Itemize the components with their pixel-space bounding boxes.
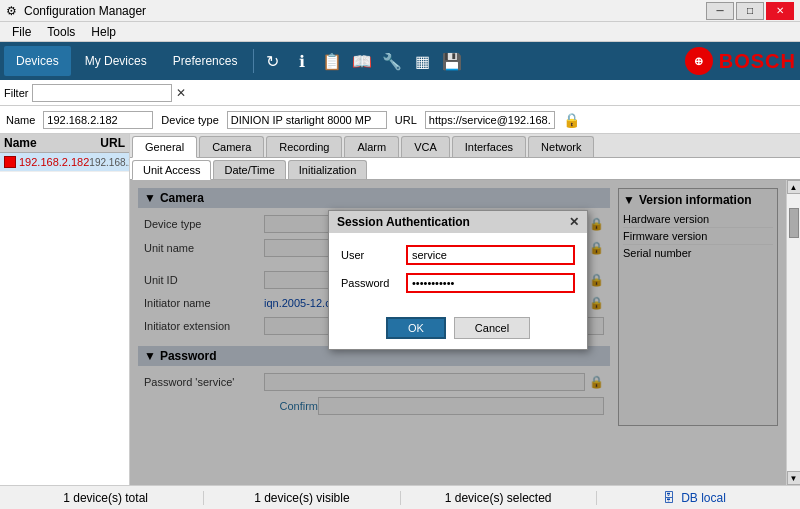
menu-file[interactable]: File xyxy=(4,23,39,41)
status-total: 1 device(s) total xyxy=(8,491,204,505)
bosch-circle-icon: ⊕ xyxy=(685,47,713,75)
modal-cancel-button[interactable]: Cancel xyxy=(454,317,530,339)
device-url-input[interactable] xyxy=(425,111,555,129)
db-label: DB local xyxy=(681,491,726,505)
modal-user-row: User xyxy=(341,245,575,265)
content-area: ▼ Camera Device type P6) 🔒 Unit name xyxy=(130,180,786,485)
tab-general[interactable]: General xyxy=(132,136,197,158)
window-title: Configuration Manager xyxy=(24,4,706,18)
modal-body: User Password xyxy=(329,233,587,313)
device-name: 192.168.2.182 xyxy=(19,156,89,168)
subtab-datetime[interactable]: Date/Time xyxy=(213,160,285,179)
content-wrapper: ▼ Camera Device type P6) 🔒 Unit name xyxy=(130,180,800,485)
scroll-up-button[interactable]: ▲ xyxy=(787,180,801,194)
window-controls: ─ □ ✕ xyxy=(706,2,794,20)
bosch-logo: ⊕ BOSCH xyxy=(685,47,796,75)
info-button[interactable]: ℹ xyxy=(288,47,316,75)
tab-preferences[interactable]: Preferences xyxy=(161,46,250,76)
status-db: 🗄 DB local xyxy=(597,491,792,505)
filter-label: Filter xyxy=(4,87,28,99)
minimize-button[interactable]: ─ xyxy=(706,2,734,20)
device-type-input[interactable] xyxy=(227,111,387,129)
right-panel: General Camera Recording Alarm VCA Inter… xyxy=(130,134,800,485)
tab-recording[interactable]: Recording xyxy=(266,136,342,157)
tab-alarm[interactable]: Alarm xyxy=(344,136,399,157)
app-icon: ⚙ xyxy=(6,4,20,18)
menu-help[interactable]: Help xyxy=(83,23,124,41)
db-icon: 🗄 xyxy=(663,491,675,505)
tab-camera[interactable]: Camera xyxy=(199,136,264,157)
filter-row: Filter ✕ xyxy=(0,80,800,106)
modal-overlay: Session Authentication ✕ User Password xyxy=(130,180,786,485)
device-url: 192.168.2.182 xyxy=(89,157,130,168)
device-url-label: URL xyxy=(395,114,417,126)
maximize-button[interactable]: □ xyxy=(736,2,764,20)
scrollbar-thumb[interactable] xyxy=(789,208,799,238)
title-bar: ⚙ Configuration Manager ─ □ ✕ xyxy=(0,0,800,22)
status-selected: 1 device(s) selected xyxy=(401,491,597,505)
tab-network[interactable]: Network xyxy=(528,136,594,157)
menu-tools[interactable]: Tools xyxy=(39,23,83,41)
tab-vca[interactable]: VCA xyxy=(401,136,450,157)
modal-password-input[interactable] xyxy=(406,273,575,293)
grid-button[interactable]: ▦ xyxy=(408,47,436,75)
device-item[interactable]: 192.168.2.182 192.168.2.182 xyxy=(0,153,129,172)
device-type-label: Device type xyxy=(161,114,218,126)
modal-password-label: Password xyxy=(341,277,406,289)
toolbar: Devices My Devices Preferences ↻ ℹ 📋 📖 🔧… xyxy=(0,42,800,80)
col-name: Name xyxy=(4,136,100,150)
filter-input[interactable] xyxy=(32,84,172,102)
modal-password-row: Password xyxy=(341,273,575,293)
modal-title: Session Authentication xyxy=(337,215,470,229)
device-name-label: Name xyxy=(6,114,35,126)
close-button[interactable]: ✕ xyxy=(766,2,794,20)
device-list-panel: Name URL 192.168.2.182 192.168.2.182 xyxy=(0,134,130,485)
session-auth-modal: Session Authentication ✕ User Password xyxy=(328,210,588,350)
vertical-scrollbar[interactable]: ▲ ▼ xyxy=(786,180,800,485)
tab-devices[interactable]: Devices xyxy=(4,46,71,76)
scroll-down-button[interactable]: ▼ xyxy=(787,471,801,485)
clipboard-button[interactable]: 📋 xyxy=(318,47,346,75)
device-name-input[interactable] xyxy=(43,111,153,129)
modal-footer: OK Cancel xyxy=(329,313,587,349)
status-bar: 1 device(s) total 1 device(s) visible 1 … xyxy=(0,485,800,509)
device-status-icon xyxy=(4,156,16,168)
book-button[interactable]: 📖 xyxy=(348,47,376,75)
col-url: URL xyxy=(100,136,125,150)
modal-header: Session Authentication ✕ xyxy=(329,211,587,233)
wrench-button[interactable]: 🔧 xyxy=(378,47,406,75)
tab-interfaces[interactable]: Interfaces xyxy=(452,136,526,157)
modal-close-button[interactable]: ✕ xyxy=(569,215,579,229)
refresh-button[interactable]: ↻ xyxy=(258,47,286,75)
modal-ok-button[interactable]: OK xyxy=(386,317,446,339)
bosch-text: BOSCH xyxy=(719,50,796,73)
modal-user-label: User xyxy=(341,249,406,261)
lock-icon: 🔒 xyxy=(563,112,580,128)
device-row: Name Device type URL 🔒 xyxy=(0,106,800,134)
filter-clear-button[interactable]: ✕ xyxy=(176,86,186,100)
subtab-initialization[interactable]: Initialization xyxy=(288,160,367,179)
toolbar-separator xyxy=(253,49,254,73)
status-visible: 1 device(s) visible xyxy=(204,491,400,505)
main-tab-row: General Camera Recording Alarm VCA Inter… xyxy=(130,134,800,158)
tab-my-devices[interactable]: My Devices xyxy=(73,46,159,76)
sub-tab-row: Unit Access Date/Time Initialization xyxy=(130,158,800,180)
modal-user-input[interactable] xyxy=(406,245,575,265)
main-content: Name URL 192.168.2.182 192.168.2.182 Gen… xyxy=(0,134,800,485)
menu-bar: File Tools Help xyxy=(0,22,800,42)
device-list-header: Name URL xyxy=(0,134,129,153)
subtab-unit-access[interactable]: Unit Access xyxy=(132,160,211,180)
save-button[interactable]: 💾 xyxy=(438,47,466,75)
